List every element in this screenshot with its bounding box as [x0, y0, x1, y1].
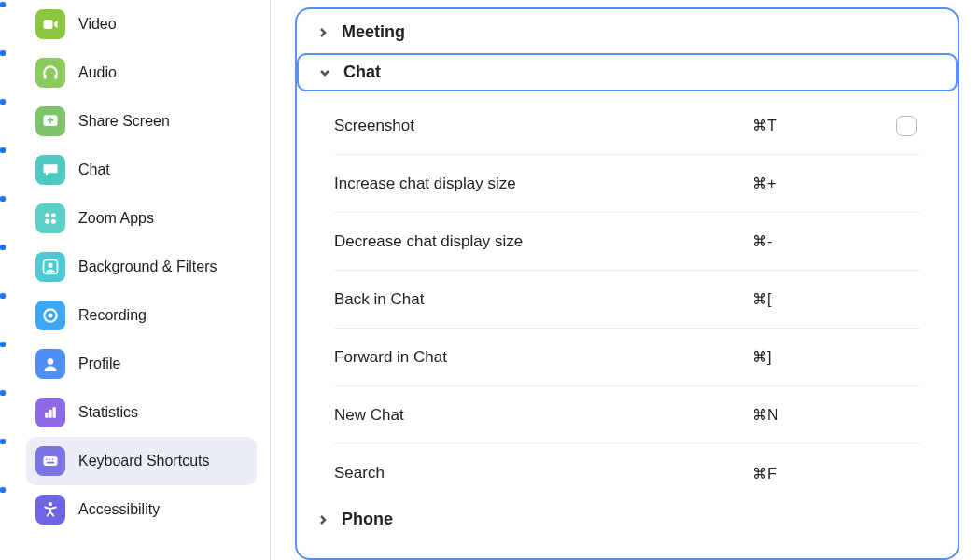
svg-rect-15 — [53, 407, 56, 418]
svg-rect-0 — [44, 20, 53, 29]
shortcut-keys: ⌘F — [752, 465, 864, 483]
shortcut-row-search[interactable]: Search ⌘F — [334, 444, 920, 502]
sidebar-item-label: Zoom Apps — [78, 210, 154, 227]
shortcut-keys: ⌘+ — [752, 175, 864, 192]
keyboard-icon — [35, 446, 65, 476]
svg-point-4 — [45, 213, 49, 217]
group-label: Meeting — [342, 22, 405, 42]
shortcut-label: Search — [334, 464, 752, 483]
svg-point-9 — [49, 263, 53, 268]
chevron-down-icon — [317, 65, 332, 80]
group-header-meeting[interactable]: Meeting — [297, 9, 958, 49]
sidebar-item-audio[interactable]: Audio — [26, 49, 257, 97]
sidebar-item-keyboard-shortcuts[interactable]: Keyboard Shortcuts — [26, 437, 257, 485]
sidebar-item-statistics[interactable]: Statistics — [26, 388, 257, 437]
svg-rect-13 — [45, 413, 48, 418]
sidebar-item-video[interactable]: Video — [26, 0, 257, 49]
sidebar-item-background-filters[interactable]: Background & Filters — [26, 243, 257, 291]
group-label: Phone — [342, 510, 393, 529]
svg-point-12 — [48, 358, 54, 365]
a11y-icon — [35, 495, 65, 525]
chevron-right-icon — [315, 512, 330, 527]
shortcuts-panel: Meeting Chat Screenshot ⌘T Increase chat… — [295, 7, 959, 560]
sidebar-item-label: Chat — [78, 161, 110, 178]
shortcut-label: Decrease chat display size — [334, 232, 752, 251]
record-icon — [35, 301, 65, 330]
svg-rect-14 — [49, 410, 51, 418]
svg-point-19 — [52, 459, 54, 461]
svg-point-11 — [49, 314, 53, 318]
chat-icon — [35, 155, 65, 185]
group-header-phone[interactable]: Phone — [297, 502, 958, 537]
shortcut-row-decrease-size[interactable]: Decrease chat display size ⌘- — [334, 213, 920, 271]
shortcut-label: New Chat — [334, 406, 752, 425]
sidebar-item-label: Recording — [78, 307, 147, 324]
shortcut-keys: ⌘N — [752, 406, 864, 424]
sidebar-item-label: Profile — [78, 356, 120, 372]
video-icon — [35, 9, 65, 39]
svg-point-17 — [46, 459, 48, 461]
shortcut-row-back-in-chat[interactable]: Back in Chat ⌘[ — [334, 271, 920, 329]
svg-rect-16 — [44, 456, 58, 466]
shortcut-label: Increase chat display size — [334, 175, 752, 193]
shortcuts-panel-container: Meeting Chat Screenshot ⌘T Increase chat… — [271, 0, 980, 560]
svg-point-6 — [45, 219, 49, 224]
shortcut-label: Back in Chat — [334, 290, 752, 309]
sidebar-item-label: Background & Filters — [78, 259, 217, 275]
svg-rect-1 — [44, 75, 47, 79]
sidebar-item-label: Video — [78, 16, 117, 33]
shortcut-row-increase-size[interactable]: Increase chat display size ⌘+ — [334, 155, 920, 213]
shortcut-row-forward-in-chat[interactable]: Forward in Chat ⌘] — [334, 329, 920, 386]
settings-sidebar: Video Audio Share Screen Chat Zoom Apps — [0, 0, 271, 560]
profile-icon — [35, 349, 65, 379]
chevron-right-icon — [315, 25, 330, 40]
sidebar-item-label: Share Screen — [78, 113, 170, 130]
group-label: Chat — [343, 63, 381, 82]
user-bg-icon — [35, 252, 65, 282]
svg-point-5 — [51, 213, 56, 217]
shortcut-row-new-chat[interactable]: New Chat ⌘N — [334, 386, 920, 444]
shortcut-keys: ⌘T — [752, 117, 864, 134]
svg-rect-2 — [54, 75, 57, 79]
settings-window: Video Audio Share Screen Chat Zoom Apps — [0, 0, 980, 560]
sidebar-item-label: Statistics — [78, 404, 138, 421]
sidebar-item-share-screen[interactable]: Share Screen — [26, 97, 257, 146]
apps-icon — [35, 203, 65, 233]
shortcut-keys: ⌘] — [752, 348, 864, 366]
sidebar-item-label: Accessibility — [78, 501, 160, 518]
shortcut-keys: ⌘- — [752, 232, 864, 250]
sidebar-item-label: Keyboard Shortcuts — [78, 453, 210, 469]
svg-rect-20 — [47, 462, 54, 464]
chat-shortcuts-list: Screenshot ⌘T Increase chat display size… — [297, 97, 958, 502]
shortcut-label: Screenshot — [334, 117, 752, 135]
stats-icon — [35, 398, 65, 427]
sidebar-item-chat[interactable]: Chat — [26, 146, 257, 194]
shortcut-label: Forward in Chat — [334, 348, 752, 367]
shortcut-toggle-checkbox[interactable] — [896, 116, 917, 136]
shortcut-row-screenshot[interactable]: Screenshot ⌘T — [334, 97, 920, 155]
svg-point-18 — [49, 459, 50, 461]
sidebar-item-zoom-apps[interactable]: Zoom Apps — [26, 194, 257, 243]
sidebar-item-label: Audio — [78, 64, 117, 81]
sidebar-item-profile[interactable]: Profile — [26, 340, 257, 388]
group-header-chat[interactable]: Chat — [297, 53, 958, 91]
share-icon — [35, 106, 65, 136]
headphone-icon — [35, 58, 65, 88]
sidebar-item-recording[interactable]: Recording — [26, 291, 257, 340]
shortcut-keys: ⌘[ — [752, 290, 864, 308]
svg-point-7 — [51, 219, 56, 224]
sidebar-item-accessibility[interactable]: Accessibility — [26, 485, 257, 534]
svg-point-21 — [49, 502, 52, 506]
